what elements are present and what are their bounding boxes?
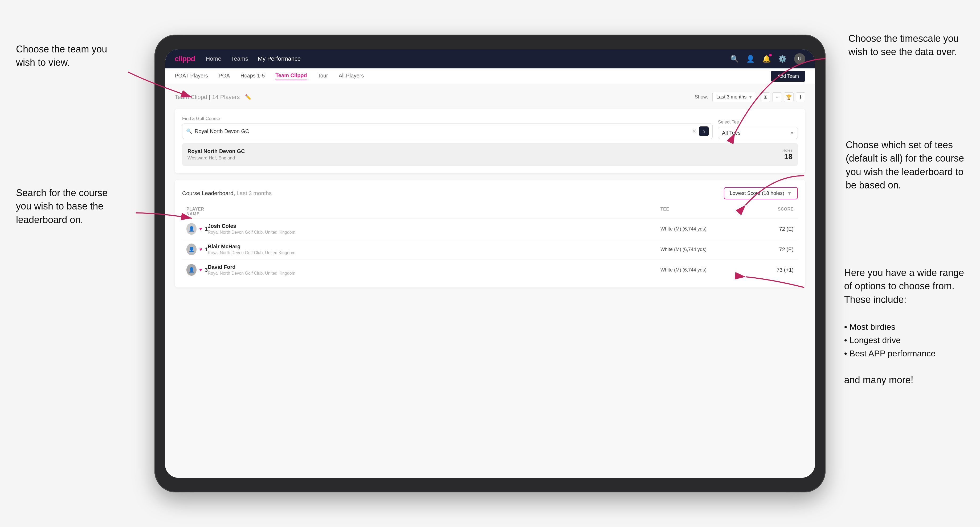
nav-my-performance[interactable]: My Performance — [258, 56, 301, 62]
score-type-button[interactable]: Lowest Score (18 holes) ▼ — [724, 187, 798, 199]
rank-3: 3 — [205, 267, 208, 273]
tablet-device: clippd Home Teams My Performance 🔍 👤 🔔 ⚙… — [154, 35, 826, 492]
favorite-button[interactable]: ☆ — [699, 126, 709, 136]
player-club-3: Royal North Devon Golf Club, United King… — [208, 271, 660, 276]
player-info-1: Josh Coles Royal North Devon Golf Club, … — [208, 223, 660, 235]
tablet-screen: clippd Home Teams My Performance 🔍 👤 🔔 ⚙… — [165, 49, 815, 478]
team-title: Team Clippd | 14 Players — [175, 94, 240, 101]
course-search-input[interactable] — [195, 128, 690, 135]
tee-select-label: Select Tee — [718, 119, 798, 125]
trophy-button[interactable]: 🏆 — [784, 92, 794, 102]
holes-number: 18 — [783, 152, 792, 161]
add-team-button[interactable]: Add Team — [771, 71, 805, 82]
player-avatar-2: 👤 — [186, 243, 197, 255]
col-player-header: PLAYER NAME — [186, 207, 208, 216]
score-cell-1: 72 (E) — [740, 226, 794, 232]
annotation-bottom-left: Search for the course you wish to base t… — [16, 186, 108, 227]
annotation-top-left: Choose the team you wish to view. — [16, 43, 107, 70]
settings-icon[interactable]: ⚙️ — [778, 55, 787, 63]
heart-icon-3[interactable]: ♥ — [199, 267, 202, 273]
course-name: Royal North Devon GC — [188, 148, 245, 154]
col-player-spacer — [208, 207, 660, 216]
search-icon-small: 🔍 — [186, 128, 192, 134]
main-content: Team Clippd | 14 Players ✏️ Show: Last 3… — [165, 84, 815, 478]
navbar: clippd Home Teams My Performance 🔍 👤 🔔 ⚙… — [165, 49, 815, 68]
table-row: 👤 ♥ 1 Blair McHarg Royal North Devon Gol… — [182, 239, 798, 260]
player-info-2: Blair McHarg Royal North Devon Golf Club… — [208, 243, 660, 255]
score-cell-3: 73 (+1) — [740, 267, 794, 273]
player-name-1: Josh Coles — [208, 223, 660, 229]
find-course-label: Find a Golf Course — [182, 116, 713, 121]
user-avatar[interactable]: U — [794, 53, 805, 64]
leaderboard-section: Course Leaderboard, Last 3 months Lowest… — [175, 179, 805, 287]
col-tee-header: TEE — [660, 207, 740, 216]
show-value: Last 3 months — [716, 94, 746, 100]
player-avatar-1: 👤 — [186, 223, 197, 235]
rank-cell-1: 👤 ♥ 1 — [186, 223, 208, 235]
grid-view-button[interactable]: ⊞ — [760, 92, 770, 102]
show-chevron-icon: ▼ — [749, 95, 752, 99]
tee-select-wrapper[interactable]: All Tees ▼ — [718, 127, 798, 139]
col-score-header: SCORE — [740, 207, 794, 216]
leaderboard-title: Course Leaderboard, Last 3 months — [182, 190, 272, 196]
subnav-hcaps[interactable]: Hcaps 1-5 — [240, 73, 265, 80]
download-button[interactable]: ⬇ — [796, 92, 805, 102]
annotation-top-right: Choose the timescale you wish to see the… — [848, 32, 959, 59]
view-toggle: ⊞ ≡ 🏆 ⬇ — [760, 92, 805, 102]
player-avatar-3: 👤 — [186, 264, 197, 276]
edit-team-icon[interactable]: ✏️ — [245, 94, 252, 100]
player-club-1: Royal North Devon Golf Club, United King… — [208, 230, 660, 235]
annotation-middle-right: Choose which set of tees (default is all… — [846, 138, 964, 192]
subnav-team-clippd[interactable]: Team Clippd — [275, 72, 307, 80]
show-controls: Show: Last 3 months ▼ ⊞ ≡ 🏆 ⬇ — [695, 92, 805, 102]
subnav-all-players[interactable]: All Players — [339, 73, 364, 80]
nav-teams[interactable]: Teams — [231, 56, 248, 62]
table-row: 👤 ♥ 1 Josh Coles Royal North Devon Golf … — [182, 219, 798, 239]
tee-cell-1: White (M) (6,744 yds) — [660, 226, 740, 232]
tee-chevron-icon: ▼ — [790, 131, 794, 135]
tee-select-field: Select Tee All Tees ▼ — [718, 119, 798, 139]
nav-links: Home Teams My Performance — [205, 56, 730, 62]
leaderboard-header: Course Leaderboard, Last 3 months Lowest… — [182, 187, 798, 199]
holes-badge: Holes 18 — [783, 148, 792, 161]
tee-cell-2: White (M) (6,744 yds) — [660, 247, 740, 252]
annotation-bottom-right: Here you have a wide range of options to… — [844, 266, 964, 387]
rank-1: 1 — [205, 226, 208, 232]
table-row: 👤 ♥ 3 David Ford Royal North Devon Golf … — [182, 260, 798, 280]
subnav-pga[interactable]: PGA — [219, 73, 230, 80]
heart-icon-2[interactable]: ♥ — [199, 247, 202, 252]
tee-cell-3: White (M) (6,744 yds) — [660, 267, 740, 273]
show-select-wrapper[interactable]: Last 3 months ▼ — [712, 92, 756, 102]
nav-home[interactable]: Home — [205, 56, 221, 62]
score-type-label: Lowest Score (18 holes) — [730, 190, 784, 196]
player-club-2: Royal North Devon Golf Club, United King… — [208, 251, 660, 255]
app-logo: clippd — [175, 55, 195, 63]
holes-label: Holes — [783, 148, 792, 152]
subnav-tour[interactable]: Tour — [318, 73, 328, 80]
rank-cell-3: 👤 ♥ 3 — [186, 264, 208, 276]
leaderboard-table: PLAYER NAME TEE SCORE 👤 ♥ 1 Josh — [182, 205, 798, 280]
rank-cell-2: 👤 ♥ 1 — [186, 243, 208, 255]
heart-icon-1[interactable]: ♥ — [199, 226, 202, 232]
course-result: Royal North Devon GC Westward Ho!, Engla… — [182, 143, 798, 166]
list-view-button[interactable]: ≡ — [772, 92, 782, 102]
score-cell-2: 72 (E) — [740, 246, 794, 252]
clear-search-button[interactable]: ✕ — [692, 128, 696, 134]
navbar-icons: 🔍 👤 🔔 ⚙️ U — [730, 53, 805, 64]
player-name-2: Blair McHarg — [208, 243, 660, 250]
leaderboard-title-group: Course Leaderboard, Last 3 months — [182, 190, 272, 197]
bell-icon[interactable]: 🔔 — [762, 55, 771, 63]
team-header: Team Clippd | 14 Players ✏️ Show: Last 3… — [175, 92, 805, 102]
table-header: PLAYER NAME TEE SCORE — [182, 205, 798, 219]
search-row: Find a Golf Course 🔍 ✕ ☆ Select Tee All … — [182, 116, 798, 139]
subnav: PGAT Players PGA Hcaps 1-5 Team Clippd T… — [165, 68, 815, 84]
player-info-3: David Ford Royal North Devon Golf Club, … — [208, 264, 660, 276]
users-icon[interactable]: 👤 — [746, 55, 755, 63]
tee-value: All Tees — [722, 130, 741, 136]
course-search-field: Find a Golf Course 🔍 ✕ ☆ — [182, 116, 713, 139]
show-label: Show: — [695, 94, 708, 100]
course-result-info: Royal North Devon GC Westward Ho!, Engla… — [188, 148, 245, 161]
search-icon[interactable]: 🔍 — [730, 55, 739, 63]
score-type-chevron-icon: ▼ — [787, 190, 792, 196]
subnav-pgat[interactable]: PGAT Players — [175, 73, 208, 80]
